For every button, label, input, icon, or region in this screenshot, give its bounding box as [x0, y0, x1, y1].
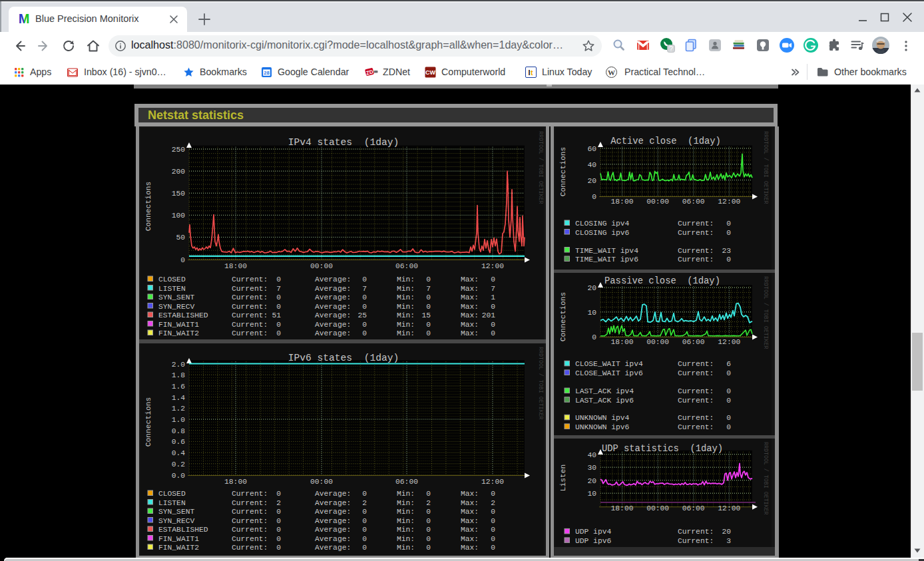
svg-text:Min:: Min:	[397, 293, 415, 301]
svg-text:Min:: Min:	[397, 544, 415, 552]
svg-text:Current:: Current:	[232, 285, 268, 293]
svg-text:0: 0	[426, 321, 431, 329]
svg-text:Min:: Min:	[397, 499, 415, 507]
svg-text:Max:: Max:	[461, 535, 479, 543]
svg-text:0: 0	[362, 517, 367, 525]
svg-text:0: 0	[726, 414, 731, 422]
svg-text:Max:: Max:	[461, 544, 479, 552]
svg-text:RRDTOOL / TOBI OETIKER: RRDTOOL / TOBI OETIKER	[538, 131, 544, 204]
svg-text:25: 25	[357, 311, 367, 319]
svg-text:FIN_WAIT1: FIN_WAIT1	[158, 321, 199, 329]
svg-text:Connections: Connections	[144, 182, 152, 232]
svg-text:UDP ipv4: UDP ipv4	[575, 528, 611, 536]
svg-text:06:00: 06:00	[682, 338, 705, 346]
svg-text:UDP statistics (1day): UDP statistics (1day)	[602, 444, 723, 454]
svg-text:Average:: Average:	[315, 285, 351, 293]
svg-text:0: 0	[491, 321, 495, 329]
svg-text:Average:: Average:	[315, 526, 351, 534]
svg-text:0: 0	[362, 329, 367, 337]
svg-text:18:00: 18:00	[224, 478, 247, 486]
svg-text:2: 2	[362, 499, 367, 507]
svg-text:0: 0	[276, 329, 281, 337]
svg-text:Average:: Average:	[315, 311, 351, 319]
svg-text:0: 0	[426, 329, 431, 337]
svg-text:250: 250	[172, 146, 186, 154]
svg-text:0: 0	[276, 526, 281, 534]
svg-text:Current:: Current:	[232, 517, 268, 525]
svg-text:UNKNOWN ipv4: UNKNOWN ipv4	[575, 414, 630, 422]
svg-text:0.8: 0.8	[172, 427, 186, 435]
svg-text:Current:: Current:	[678, 397, 714, 405]
svg-text:RRDTOOL / TOBI OETIKER: RRDTOOL / TOBI OETIKER	[538, 347, 544, 420]
svg-text:0: 0	[276, 276, 281, 283]
svg-text:1.8: 1.8	[172, 371, 186, 379]
svg-text:CLOSED: CLOSED	[158, 490, 186, 498]
svg-text:UNKNOWN ipv6: UNKNOWN ipv6	[575, 423, 630, 431]
svg-text:0: 0	[362, 321, 367, 329]
svg-text:Average:: Average:	[315, 535, 351, 543]
svg-text:SYN_RECV: SYN_RECV	[158, 303, 194, 311]
svg-text:Max:: Max:	[461, 285, 479, 293]
svg-text:ESTABLISHED: ESTABLISHED	[158, 526, 208, 534]
svg-text:Max:: Max:	[461, 311, 479, 319]
svg-text:Max:: Max:	[461, 517, 479, 525]
svg-text:28: 28	[264, 70, 269, 76]
svg-text:0: 0	[592, 193, 596, 201]
svg-text:CLOSE_WAIT ipv4: CLOSE_WAIT ipv4	[575, 360, 643, 368]
svg-text:0: 0	[726, 423, 731, 431]
svg-text:0: 0	[362, 535, 367, 543]
svg-text:18:00: 18:00	[224, 262, 247, 270]
svg-text:Connections: Connections	[559, 147, 567, 197]
svg-text:1.6: 1.6	[172, 383, 186, 391]
svg-text:Current:: Current:	[232, 303, 268, 311]
svg-text:1.0: 1.0	[172, 416, 186, 424]
svg-text:Current:: Current:	[232, 526, 268, 534]
svg-text:20: 20	[587, 177, 596, 185]
svg-text:Current:: Current:	[232, 544, 268, 552]
svg-text:51: 51	[272, 311, 281, 319]
svg-text:Max:: Max:	[461, 499, 479, 507]
svg-text:Connections: Connections	[559, 292, 567, 342]
svg-text:00:00: 00:00	[646, 504, 669, 512]
svg-text:7: 7	[491, 285, 495, 293]
svg-text:LISTEN: LISTEN	[158, 499, 186, 507]
svg-text:00:00: 00:00	[646, 338, 669, 346]
svg-text:0: 0	[726, 220, 731, 228]
svg-text:Current:: Current:	[232, 490, 268, 498]
svg-text:18:00: 18:00	[611, 198, 634, 206]
svg-text:0: 0	[491, 303, 495, 311]
svg-text:200: 200	[172, 168, 186, 176]
svg-text:1: 1	[491, 293, 495, 301]
svg-text:Max:: Max:	[461, 526, 479, 534]
svg-text:Min:: Min:	[397, 535, 415, 543]
svg-text:Average:: Average:	[315, 490, 351, 498]
svg-text:0: 0	[726, 387, 731, 395]
svg-text:0: 0	[726, 256, 731, 264]
svg-text:t: t	[531, 69, 533, 77]
svg-text:0: 0	[362, 276, 367, 283]
svg-text:12:00: 12:00	[718, 198, 740, 206]
svg-text:0: 0	[426, 544, 431, 552]
svg-text:12:00: 12:00	[481, 262, 504, 270]
svg-text:Min:: Min:	[397, 285, 415, 293]
svg-text:20: 20	[587, 284, 596, 292]
svg-text:15: 15	[421, 311, 431, 319]
svg-text:00:00: 00:00	[646, 198, 669, 206]
svg-text:CLOSING ipv4: CLOSING ipv4	[575, 220, 630, 228]
svg-text:0: 0	[491, 526, 495, 534]
svg-text:Current:: Current:	[232, 499, 268, 507]
svg-text:0: 0	[276, 544, 281, 552]
svg-text:100: 100	[172, 212, 186, 220]
svg-text:12:00: 12:00	[718, 338, 740, 346]
svg-text:TIME_WAIT ipv4: TIME_WAIT ipv4	[575, 247, 638, 255]
svg-text:ESTABLISHED: ESTABLISHED	[158, 311, 208, 319]
svg-text:0: 0	[491, 329, 495, 337]
svg-text:0: 0	[180, 256, 185, 264]
svg-text:Current:: Current:	[232, 276, 268, 283]
svg-text:0: 0	[276, 535, 281, 543]
svg-text:Current:: Current:	[678, 360, 714, 368]
svg-text:Current:: Current:	[232, 311, 268, 319]
svg-text:Current:: Current:	[678, 247, 714, 255]
svg-text:20: 20	[722, 528, 731, 536]
svg-text:Current:: Current:	[678, 537, 714, 545]
